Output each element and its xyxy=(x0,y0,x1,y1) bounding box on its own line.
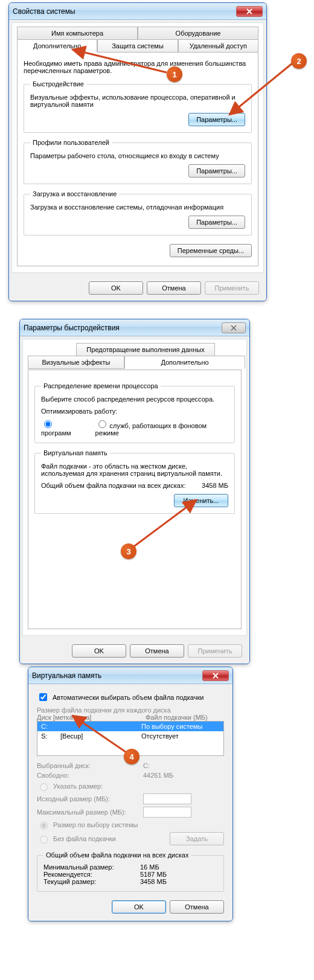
col-pagefile: Файл подкачки (МБ) xyxy=(146,714,224,721)
ok-button[interactable]: OK xyxy=(112,900,166,914)
close-icon[interactable] xyxy=(202,670,229,681)
summary-legend: Общий объем файла подкачки на всех диска… xyxy=(43,851,191,859)
max-size-input xyxy=(143,807,191,818)
per-drive-heading: Размер файла подкачки для каждого диска xyxy=(37,706,224,714)
virtual-memory-window: Виртуальная память Автоматически выбират… xyxy=(28,667,233,921)
vm-total-value: 3458 МБ xyxy=(202,482,228,489)
title: Виртуальная память xyxy=(32,671,202,680)
performance-desc: Визуальные эффекты, использование процес… xyxy=(30,94,245,108)
cancel-button[interactable]: Отмена xyxy=(130,644,184,658)
titlebar[interactable]: Свойства системы xyxy=(9,3,266,20)
radio-custom-size xyxy=(40,783,48,791)
radio-system-managed xyxy=(40,822,48,830)
vm-desc: Файл подкачки - это область на жестком д… xyxy=(41,463,228,477)
processor-legend: Распределение времени процессора xyxy=(41,382,161,389)
radio-custom-label: Указать размер: xyxy=(53,783,103,790)
performance-options-window: Параметры быстродействия Предотвращение … xyxy=(19,319,250,664)
list-item[interactable]: S: [Becup] Отсутствует xyxy=(37,731,223,741)
tab-computer-name[interactable]: Имя компьютера xyxy=(17,27,138,40)
tab-hardware[interactable]: Оборудование xyxy=(138,27,258,40)
close-icon[interactable] xyxy=(222,322,246,333)
optimize-label: Оптимизировать работу: xyxy=(41,408,228,415)
radio-services[interactable]: служб, работающих в фоновом режиме xyxy=(95,418,228,437)
tab-advanced[interactable]: Дополнительно xyxy=(124,356,245,369)
apply-button: Применить xyxy=(188,644,242,658)
ok-button[interactable]: OK xyxy=(72,644,126,658)
tab-system-protection[interactable]: Защита системы xyxy=(97,39,178,53)
profiles-desc: Параметры рабочего стола, относящиеся ко… xyxy=(30,152,245,159)
profiles-settings-button[interactable]: Параметры... xyxy=(188,164,245,178)
performance-group: Быстродействие Визуальные эффекты, испол… xyxy=(24,80,252,133)
tab-dep[interactable]: Предотвращение выполнения данных xyxy=(76,343,215,356)
startup-group: Загрузка и восстановление Загрузка и вос… xyxy=(24,190,252,235)
startup-settings-button[interactable]: Параметры... xyxy=(188,216,245,229)
admin-note: Необходимо иметь права администратора дл… xyxy=(24,60,252,74)
profiles-legend: Профили пользователей xyxy=(30,139,112,146)
rec-label: Рекомендуется: xyxy=(43,871,140,878)
annotation-badge-4: 4 xyxy=(124,749,139,764)
drive-label: [Becup] xyxy=(60,732,141,740)
annotation-badge-3: 3 xyxy=(121,543,136,559)
radio-services-label: служб, работающих в фоновом режиме xyxy=(95,422,207,437)
free-space-value: 44261 МБ xyxy=(143,772,173,779)
radio-system-label: Размер по выбору системы xyxy=(53,821,138,828)
profiles-group: Профили пользователей Параметры рабочего… xyxy=(24,139,252,184)
selected-drive-value: C: xyxy=(143,762,150,769)
performance-legend: Быстродействие xyxy=(30,80,86,88)
ok-button[interactable]: OK xyxy=(89,281,143,295)
tab-visual-effects[interactable]: Визуальные эффекты xyxy=(28,356,124,369)
min-value: 16 МБ xyxy=(140,863,159,871)
titlebar[interactable]: Виртуальная память xyxy=(28,667,232,684)
env-vars-button[interactable]: Переменные среды... xyxy=(170,244,252,257)
titlebar[interactable]: Параметры быстродействия xyxy=(20,319,249,336)
drive-letter: S: xyxy=(41,732,60,740)
auto-manage-checkbox[interactable] xyxy=(39,693,47,701)
selected-drive-label: Выбранный диск: xyxy=(37,762,139,769)
max-size-label: Максимальный размер (МБ): xyxy=(37,809,139,816)
radio-programs-label: программ xyxy=(41,429,71,437)
initial-size-label: Исходный размер (МБ): xyxy=(37,795,139,802)
vm-change-button[interactable]: Изменить... xyxy=(174,494,228,507)
radio-programs[interactable]: программ xyxy=(41,418,85,437)
min-label: Минимальный размер: xyxy=(43,863,140,871)
initial-size-input xyxy=(143,793,191,804)
radio-none-label: Без файла подкачки xyxy=(53,835,116,842)
annotation-badge-2: 2 xyxy=(291,53,307,69)
processor-desc: Выберите способ распределения ресурсов п… xyxy=(41,396,228,403)
list-item[interactable]: C: По выбору системы xyxy=(37,722,223,731)
annotation-badge-1: 1 xyxy=(167,66,182,82)
performance-settings-button[interactable]: Параметры... xyxy=(188,113,245,126)
rec-value: 5187 МБ xyxy=(140,871,167,878)
apply-button: Применить xyxy=(205,281,259,295)
startup-desc: Загрузка и восстановление системы, отлад… xyxy=(30,203,245,211)
radio-no-pagefile xyxy=(40,836,48,844)
virtual-memory-group: Виртуальная память Файл подкачки - это о… xyxy=(34,449,235,514)
free-space-label: Свободно: xyxy=(37,772,139,779)
vm-total-label: Общий объем файла подкачки на всех диска… xyxy=(41,482,202,489)
processor-scheduling-group: Распределение времени процессора Выберит… xyxy=(34,382,235,443)
col-drive: Диск [метка тома] xyxy=(37,714,146,721)
cancel-button[interactable]: Отмена xyxy=(147,281,201,295)
title: Параметры быстродействия xyxy=(24,324,222,332)
drive-label xyxy=(60,723,141,730)
drive-letter: C: xyxy=(41,723,60,730)
drive-value: По выбору системы xyxy=(141,723,220,730)
vm-legend: Виртуальная память xyxy=(41,449,110,456)
cur-label: Текущий размер: xyxy=(43,878,140,885)
system-properties-window: Свойства системы Имя компьютера Оборудов… xyxy=(8,2,267,301)
startup-legend: Загрузка и восстановление xyxy=(30,190,119,197)
summary-group: Общий объем файла подкачки на всех диска… xyxy=(37,851,224,892)
drive-value: Отсутствует xyxy=(141,732,220,740)
cur-value: 3458 МБ xyxy=(140,878,167,885)
tab-advanced[interactable]: Дополнительно xyxy=(17,39,97,53)
close-icon[interactable] xyxy=(236,6,263,17)
title: Свойства системы xyxy=(13,7,236,16)
auto-manage-label: Автоматически выбирать объем файла подка… xyxy=(53,694,203,701)
cancel-button[interactable]: Отмена xyxy=(170,900,224,914)
set-button: Задать xyxy=(170,832,224,845)
tab-remote[interactable]: Удаленный доступ xyxy=(178,39,258,53)
